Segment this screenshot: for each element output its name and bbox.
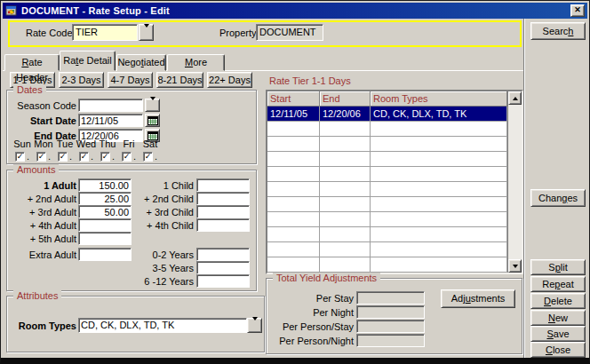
years-6-12-input[interactable] <box>196 274 250 288</box>
day-tab-2-3[interactable]: 2-3 Days <box>59 72 104 88</box>
search-button[interactable]: Search <box>530 22 586 40</box>
per-person-night-input[interactable] <box>356 334 425 347</box>
room-types-input[interactable]: CD, CK, DLX, TD, TK <box>78 318 247 333</box>
grid-cell <box>320 212 371 227</box>
grid-body: 12/11/0512/20/06CD, CK, DLX, TD, TK <box>267 107 507 273</box>
delete-button[interactable]: Delete <box>530 293 586 309</box>
table-row[interactable]: 12/11/0512/20/06CD, CK, DLX, TD, TK <box>267 107 507 122</box>
dropdown-arrow-icon <box>144 28 149 38</box>
amount-4th-child-input[interactable] <box>196 218 250 232</box>
weekday-thu: Thu✓. <box>97 138 118 162</box>
scroll-down-button[interactable] <box>508 259 522 273</box>
per-stay-input[interactable] <box>356 291 425 305</box>
table-row[interactable] <box>267 137 507 152</box>
window-title: DOCUMENT - Rate Setup - Edit <box>21 5 570 16</box>
season-code-label: Season Code <box>8 100 76 112</box>
table-row[interactable] <box>267 152 507 167</box>
per-night-input[interactable] <box>356 305 425 319</box>
amount-5th-adult-label: + 5th Adult <box>8 233 76 245</box>
rate-tier-title: Rate Tier 1-1 Days <box>269 75 351 87</box>
dropdown-arrow-icon <box>150 100 155 111</box>
split-button[interactable]: Split <box>530 259 586 275</box>
weekday-checkbox[interactable]: ✓ <box>100 152 110 162</box>
table-row[interactable] <box>267 182 507 197</box>
table-row[interactable] <box>267 197 507 212</box>
amount-2nd-child-label: + 2nd Child <box>132 194 194 205</box>
table-row[interactable] <box>267 242 507 257</box>
amount-1-child-input[interactable] <box>196 178 250 192</box>
grid-cell <box>371 212 507 227</box>
table-row[interactable] <box>267 167 507 182</box>
room-types-lov-button[interactable] <box>247 318 262 333</box>
grid-cell <box>320 227 371 242</box>
grid-column-room-types[interactable]: Room Types <box>371 91 507 107</box>
season-code-input[interactable] <box>78 99 143 112</box>
grid-cell <box>320 137 371 152</box>
start-date-calendar-button[interactable] <box>145 114 160 127</box>
adjustments-button[interactable]: Adjustments <box>441 289 515 308</box>
grid-cell: CD, CK, DLX, TD, TK <box>371 107 507 122</box>
years-3-5-input[interactable] <box>196 261 250 274</box>
per-stay-label: Per Stay <box>269 293 354 305</box>
tab-rate-detail[interactable]: Rate Detail <box>60 51 116 71</box>
weekday-dot: . <box>91 151 93 162</box>
weekday-checkbox[interactable]: ✓ <box>122 152 132 162</box>
weekday-dot: . <box>69 151 72 162</box>
table-row[interactable] <box>267 257 507 273</box>
new-button[interactable]: New <box>530 310 586 326</box>
rate-code-label: Rate Code <box>26 28 73 39</box>
save-button[interactable]: Save <box>530 326 586 342</box>
table-row[interactable] <box>267 212 507 227</box>
amount-2nd-adult-input[interactable]: 25.00 <box>78 192 132 205</box>
per-person-stay-input[interactable] <box>356 320 425 333</box>
amount-extra-adult-label: Extra Adult <box>8 249 76 261</box>
grid-scrollbar[interactable] <box>507 91 522 273</box>
table-row[interactable] <box>267 122 507 137</box>
season-code-lov-button[interactable] <box>145 99 160 112</box>
title-bar[interactable]: DOCUMENT - Rate Setup - Edit ✕ <box>3 3 587 19</box>
arrow-up-icon <box>513 97 518 100</box>
weekday-checkbox[interactable]: ✓ <box>36 152 46 162</box>
amount-3rd-adult-label: + 3rd Adult <box>8 207 76 218</box>
weekday-dot: . <box>48 151 51 162</box>
amount-1-adult-input[interactable]: 150.00 <box>78 178 132 192</box>
day-tab-8-21[interactable]: 8-21 Days <box>156 72 203 88</box>
scroll-up-button[interactable] <box>508 91 522 105</box>
amount-4th-adult-input[interactable] <box>78 218 132 232</box>
table-row[interactable] <box>267 227 507 242</box>
rate-code-lov-button[interactable] <box>139 24 154 41</box>
amount-2nd-child-input[interactable] <box>196 192 250 205</box>
grid-cell <box>267 137 320 152</box>
weekday-label: Sat <box>140 138 161 149</box>
weekday-label: Thu <box>97 138 118 149</box>
amount-5th-adult-input[interactable] <box>78 232 132 245</box>
close-window-button[interactable]: ✕ <box>570 4 585 17</box>
weekday-checkbox[interactable]: ✓ <box>143 152 153 162</box>
years-3-5-label: 3-5 Years <box>132 263 194 274</box>
years-0-2-label: 0-2 Years <box>132 249 194 261</box>
grid-column-end[interactable]: End <box>320 91 371 107</box>
tab-negotiated[interactable]: Negotiated <box>116 54 166 71</box>
weekday-checkbox[interactable]: ✓ <box>79 152 89 162</box>
day-tab-22plus[interactable]: 22+ Days <box>207 72 252 88</box>
property-field[interactable]: DOCUMENT <box>256 24 323 41</box>
tab-rate-header[interactable]: Rate Header <box>4 54 60 71</box>
panel-divider <box>523 19 525 358</box>
amount-4th-child-label: + 4th Child <box>132 220 194 232</box>
changes-button[interactable]: Changes <box>530 189 586 207</box>
years-0-2-input[interactable] <box>196 248 250 261</box>
close-icon: ✕ <box>574 5 581 14</box>
grid-column-start[interactable]: Start <box>267 91 320 107</box>
day-tab-4-7[interactable]: 4-7 Days <box>108 72 153 88</box>
amount-3rd-adult-input[interactable]: 50.00 <box>78 205 132 218</box>
repeat-button[interactable]: Repeat <box>530 276 586 292</box>
rate-code-input[interactable]: TIER <box>72 24 138 41</box>
grid-cell <box>371 137 507 152</box>
weekday-checkbox[interactable]: ✓ <box>15 152 25 162</box>
amount-3rd-child-input[interactable] <box>196 205 250 218</box>
weekday-checkbox[interactable]: ✓ <box>58 152 68 162</box>
close-button[interactable]: Close <box>530 342 586 358</box>
tab-more[interactable]: More <box>167 54 225 71</box>
amount-extra-adult-input[interactable] <box>78 248 132 261</box>
start-date-input[interactable]: 12/11/05 <box>78 114 143 127</box>
